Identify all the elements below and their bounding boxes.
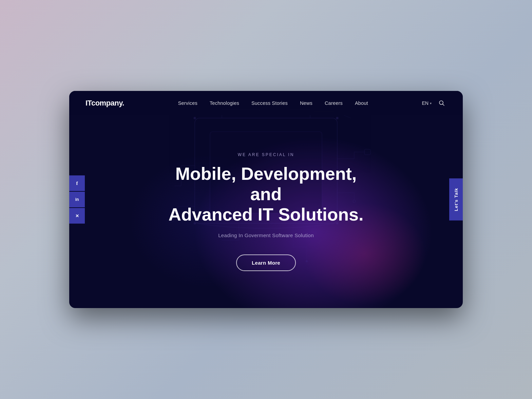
hero-section: WE ARE SPECIAL IN Mobile, Development, a… (69, 115, 463, 308)
search-icon (439, 100, 445, 106)
nav-item-news[interactable]: News (300, 100, 312, 106)
twitter-button[interactable]: ✕ (69, 208, 85, 224)
nav-item-technologies[interactable]: Technologies (210, 100, 239, 106)
facebook-button[interactable]: f (69, 175, 85, 191)
lets-talk-label: Let's Talk (454, 188, 459, 211)
language-selector[interactable]: EN ▾ (422, 100, 432, 106)
svg-line-12 (442, 104, 444, 106)
search-button[interactable] (437, 98, 446, 108)
twitter-icon: ✕ (75, 213, 79, 218)
nav-item-about[interactable]: About (355, 100, 368, 106)
chevron-down-icon: ▾ (430, 101, 432, 105)
linkedin-icon: in (75, 197, 79, 202)
navbar: ITcompany. Services Technologies Success… (69, 91, 463, 115)
social-sidebar: f in ✕ (69, 175, 85, 224)
hero-subtitle: Leading In Goverment Software Solution (164, 232, 368, 238)
lets-talk-button[interactable]: Let's Talk (449, 178, 463, 221)
hero-eyebrow: WE ARE SPECIAL IN (164, 152, 368, 157)
learn-more-button[interactable]: Learn More (236, 254, 296, 271)
hero-title: Mobile, Development, and Advanced IT Sol… (164, 164, 368, 225)
linkedin-button[interactable]: in (69, 192, 85, 207)
nav-item-services[interactable]: Services (178, 100, 197, 106)
browser-window: ITcompany. Services Technologies Success… (69, 91, 463, 308)
facebook-icon: f (76, 180, 78, 186)
nav-links: Services Technologies Success Stories Ne… (178, 100, 368, 106)
nav-item-success-stories[interactable]: Success Stories (251, 100, 288, 106)
nav-right: EN ▾ (422, 98, 446, 108)
logo[interactable]: ITcompany. (86, 99, 124, 108)
hero-content: WE ARE SPECIAL IN Mobile, Development, a… (164, 152, 368, 271)
nav-item-careers[interactable]: Careers (325, 100, 343, 106)
